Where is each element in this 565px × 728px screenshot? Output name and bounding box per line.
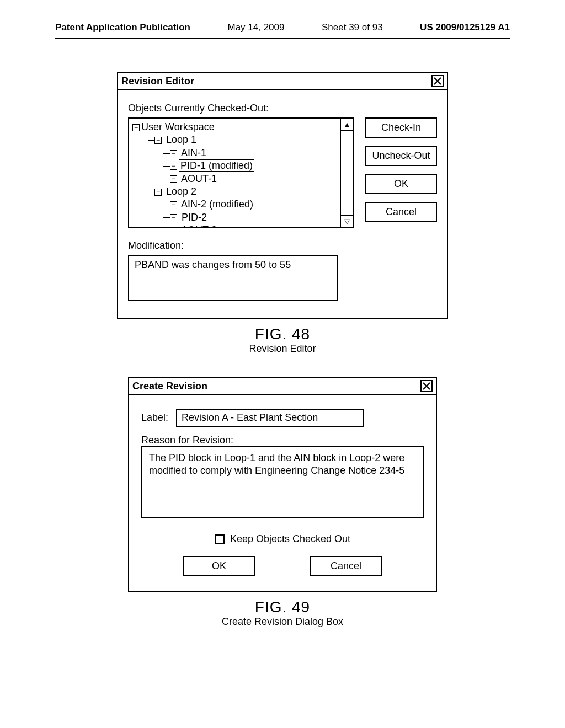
uncheck-out-button[interactable]: Uncheck-Out: [365, 146, 437, 166]
ok-button[interactable]: OK: [183, 556, 255, 576]
figure-49-caption: FIG. 49 Create Revision Dialog Box: [222, 598, 343, 628]
scroll-up-icon[interactable]: ▲: [341, 119, 353, 131]
tree-aout2[interactable]: − AOUT-2: [132, 224, 337, 227]
collapse-icon[interactable]: −: [170, 175, 177, 183]
collapse-icon[interactable]: −: [154, 137, 162, 144]
check-in-button[interactable]: Check-In: [365, 117, 437, 138]
reason-textarea[interactable]: The PID block in Loop-1 and the AIN bloc…: [141, 446, 424, 518]
pub-date: May 14, 2009: [227, 22, 284, 33]
tree-pid1[interactable]: −PID-1 (modified): [132, 159, 337, 172]
tree-loop2[interactable]: − Loop 2: [132, 185, 337, 198]
collapse-icon[interactable]: −: [170, 201, 177, 208]
cancel-button[interactable]: Cancel: [310, 556, 382, 576]
modification-label: Modification:: [128, 240, 437, 251]
figure-number: FIG. 48: [249, 325, 316, 343]
checked-out-label: Objects Currently Checked-Out:: [128, 103, 437, 114]
figure-caption: Revision Editor: [249, 343, 316, 355]
collapse-icon[interactable]: −: [170, 150, 177, 157]
create-revision-dialog: Create Revision Label: Revision A - East…: [128, 377, 437, 592]
reason-label: Reason for Revision:: [141, 435, 424, 446]
keep-checked-out-checkbox[interactable]: [215, 534, 225, 544]
dialog-title: Revision Editor: [121, 76, 194, 87]
cancel-button[interactable]: Cancel: [365, 202, 437, 222]
figure-number: FIG. 49: [222, 598, 343, 616]
tree-ain2[interactable]: − AIN-2 (modified): [132, 198, 337, 211]
dialog-title: Create Revision: [132, 381, 207, 392]
dialog-titlebar: Revision Editor: [118, 73, 447, 90]
close-icon[interactable]: [431, 75, 444, 87]
collapse-icon[interactable]: −: [154, 189, 162, 196]
figure-caption: Create Revision Dialog Box: [222, 616, 343, 628]
pub-number: US 2009/0125129 A1: [420, 22, 510, 33]
tree-aout1[interactable]: − AOUT-1: [132, 173, 337, 185]
label-label: Label:: [141, 412, 168, 424]
pub-sheet: Sheet 39 of 93: [322, 22, 383, 33]
tree-root[interactable]: −User Workspace: [132, 121, 337, 133]
modification-text[interactable]: PBAND was changes from 50 to 55: [128, 255, 338, 301]
pub-label: Patent Application Publication: [55, 22, 190, 33]
revision-editor-dialog: Revision Editor Objects Currently Checke…: [117, 72, 448, 319]
tree-ain1[interactable]: − AIN-1: [132, 147, 337, 159]
dialog-titlebar: Create Revision: [129, 378, 436, 395]
tree-pid2[interactable]: − PID-2: [132, 211, 337, 224]
collapse-icon[interactable]: −: [170, 163, 177, 170]
scrollbar[interactable]: ▲ ▽: [340, 119, 353, 227]
figure-48-caption: FIG. 48 Revision Editor: [249, 325, 316, 355]
page-header: Patent Application Publication May 14, 2…: [0, 0, 565, 33]
scroll-down-icon[interactable]: ▽: [341, 215, 353, 227]
keep-checked-out-label: Keep Objects Checked Out: [230, 533, 350, 545]
collapse-icon[interactable]: −: [170, 214, 177, 221]
label-input[interactable]: Revision A - East Plant Section: [176, 409, 364, 427]
tree-loop1[interactable]: − Loop 1: [132, 133, 337, 146]
close-icon[interactable]: [420, 380, 433, 392]
objects-tree[interactable]: −User Workspace − Loop 1 − AIN-1 −PID-1 …: [128, 117, 354, 228]
ok-button[interactable]: OK: [365, 174, 437, 194]
collapse-icon[interactable]: −: [132, 124, 140, 131]
